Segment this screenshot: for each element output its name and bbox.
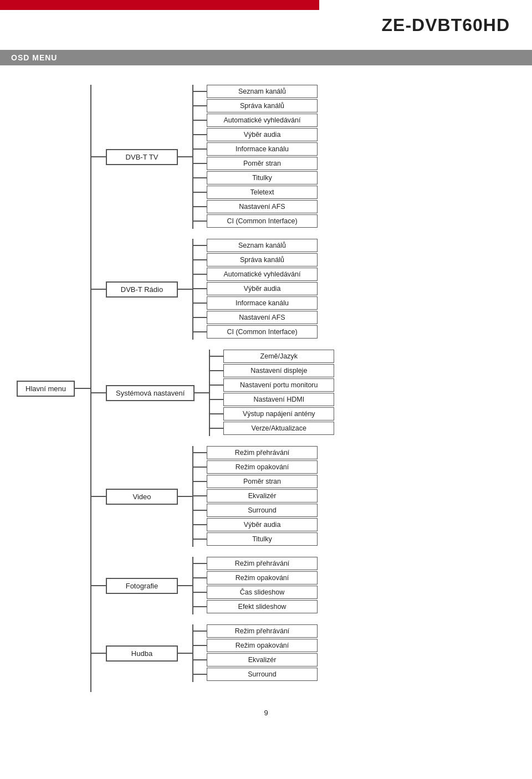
item-row: CI (Common Interface)	[193, 214, 318, 228]
menu-item: Seznam kanálů	[207, 239, 318, 252]
item-row: CI (Common Interface)	[193, 325, 318, 339]
menu-item: Výběr audia	[207, 128, 318, 141]
branch-label-2: Systémová nastavení	[106, 385, 195, 401]
menu-item: Země/Jazyk	[223, 350, 334, 363]
menu-item: Automatické vyhledávání	[207, 114, 318, 127]
item-row: Ekvalizér	[193, 489, 318, 503]
menu-item: Informace kanálu	[207, 142, 318, 156]
item-row: Nastavení portu monitoru	[210, 378, 334, 392]
branch-row: HudbaRežim přehráváníRežim opakováníEkva…	[91, 624, 334, 682]
menu-item: Ekvalizér	[207, 653, 318, 667]
item-row: Ekvalizér	[193, 653, 318, 667]
menu-item: Informace kanálu	[207, 296, 318, 310]
item-row: Režim přehrávání	[193, 446, 318, 459]
item-row: Surround	[193, 668, 318, 681]
item-row: Režim opakování	[193, 571, 318, 585]
item-row: Země/Jazyk	[210, 350, 334, 363]
item-row: Seznam kanálů	[193, 85, 318, 98]
menu-item: Nastavení AFS	[207, 200, 318, 213]
item-row: Automatické vyhledávání	[193, 268, 318, 281]
item-row: Režim přehrávání	[193, 557, 318, 570]
item-row: Výběr audia	[193, 518, 318, 531]
item-row: Nastavení HDMI	[210, 393, 334, 406]
item-row: Výběr audia	[193, 128, 318, 141]
menu-item: CI (Common Interface)	[207, 214, 318, 228]
menu-item: Výběr audia	[207, 282, 318, 295]
menu-item: Výběr audia	[207, 518, 318, 531]
menu-item: CI (Common Interface)	[207, 325, 318, 339]
branch-label-3: Video	[106, 489, 178, 505]
item-row: Nastavení displeje	[210, 364, 334, 377]
item-row: Výstup napájení antény	[210, 407, 334, 421]
item-row: Automatické vyhledávání	[193, 114, 318, 127]
menu-item: Automatické vyhledávání	[207, 268, 318, 281]
branch-row: DVB-T RádioSeznam kanálůSpráva kanálůAut…	[91, 239, 334, 340]
red-stripe	[0, 0, 319, 10]
header: ZE-DVBT60HD	[0, 0, 532, 50]
item-row: Výběr audia	[193, 282, 318, 295]
menu-item: Režim opakování	[207, 639, 318, 652]
item-row: Verze/Aktualizace	[210, 422, 334, 435]
item-row: Seznam kanálů	[193, 239, 318, 252]
item-row: Informace kanálu	[193, 142, 318, 156]
main-menu-label: Hlavní menu	[17, 381, 75, 397]
menu-item: Správa kanálů	[207, 99, 318, 112]
item-row: Nastavení AFS	[193, 311, 318, 324]
menu-item: Režim opakování	[207, 460, 318, 474]
item-row: Efekt slideshow	[193, 600, 318, 613]
main-content: Hlavní menuDVB-T TVSeznam kanálůSpráva k…	[0, 65, 532, 739]
menu-item: Nastavení HDMI	[223, 393, 334, 406]
item-row: Režim přehrávání	[193, 624, 318, 638]
menu-item: Surround	[207, 668, 318, 681]
item-row: Surround	[193, 504, 318, 517]
page-number: 9	[17, 709, 515, 717]
branch-row: DVB-T TVSeznam kanálůSpráva kanálůAutoma…	[91, 85, 334, 229]
item-row: Nastavení AFS	[193, 200, 318, 213]
menu-item: Efekt slideshow	[207, 600, 318, 613]
menu-item: Titulky	[207, 532, 318, 546]
branch-label-5: Hudba	[106, 645, 178, 662]
menu-item: Seznam kanálů	[207, 85, 318, 98]
menu-item: Nastavení displeje	[223, 364, 334, 377]
menu-tree: Hlavní menuDVB-T TVSeznam kanálůSpráva k…	[17, 85, 515, 692]
item-row: Titulky	[193, 171, 318, 184]
menu-item: Režim přehrávání	[207, 624, 318, 638]
item-row: Režim opakování	[193, 460, 318, 474]
menu-item: Verze/Aktualizace	[223, 422, 334, 435]
menu-item: Ekvalizér	[207, 489, 318, 503]
menu-item: Nastavení portu monitoru	[223, 378, 334, 392]
item-row: Režim opakování	[193, 639, 318, 652]
item-row: Čas slideshow	[193, 586, 318, 599]
menu-item: Režim přehrávání	[207, 446, 318, 459]
menu-item: Teletext	[207, 186, 318, 199]
section-header: OSD MENU	[0, 50, 532, 65]
menu-item: Poměr stran	[207, 475, 318, 488]
menu-item: Titulky	[207, 171, 318, 184]
branch-row: FotografieRežim přehráváníRežim opakován…	[91, 557, 334, 614]
menu-item: Nastavení AFS	[207, 311, 318, 324]
menu-item: Surround	[207, 504, 318, 517]
item-row: Poměr stran	[193, 475, 318, 488]
menu-item: Výstup napájení antény	[223, 407, 334, 421]
menu-item: Správa kanálů	[207, 253, 318, 266]
product-title: ZE-DVBT60HD	[382, 15, 510, 35]
branch-row: Systémová nastaveníZemě/JazykNastavení d…	[91, 350, 334, 436]
item-row: Titulky	[193, 532, 318, 546]
branch-row: VideoRežim přehráváníRežim opakováníPomě…	[91, 446, 334, 547]
item-row: Poměr stran	[193, 157, 318, 170]
item-row: Správa kanálů	[193, 253, 318, 266]
menu-item: Poměr stran	[207, 157, 318, 170]
item-row: Správa kanálů	[193, 99, 318, 112]
menu-item: Režim přehrávání	[207, 557, 318, 570]
branch-label-0: DVB-T TV	[106, 149, 178, 165]
branch-label-1: DVB-T Rádio	[106, 281, 178, 298]
menu-item: Režim opakování	[207, 571, 318, 585]
item-row: Informace kanálu	[193, 296, 318, 310]
menu-item: Čas slideshow	[207, 586, 318, 599]
branch-label-4: Fotografie	[106, 578, 178, 594]
item-row: Teletext	[193, 186, 318, 199]
